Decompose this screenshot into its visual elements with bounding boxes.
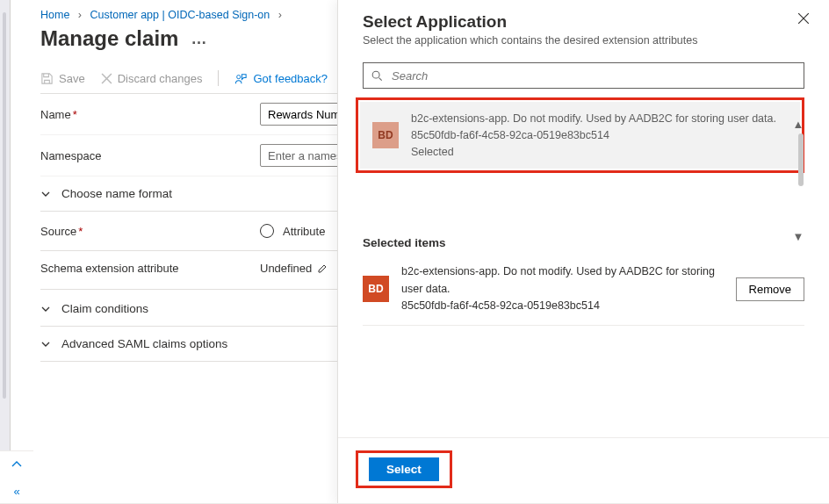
result-line3: Selected xyxy=(411,144,776,161)
save-icon xyxy=(40,72,54,85)
result-line2: 85c50fdb-fa6f-4c58-92ca-0519e83bc514 xyxy=(411,127,776,144)
save-label: Save xyxy=(59,72,85,85)
app-avatar: BD xyxy=(372,122,399,148)
application-result-item[interactable]: BD b2c-extensions-app. Do not modify. Us… xyxy=(360,102,800,169)
close-icon xyxy=(797,12,810,25)
discard-button[interactable]: Discard changes xyxy=(101,72,203,85)
claim-conditions-label: Claim conditions xyxy=(61,302,148,315)
selected-line1: b2c-extensions-app. Do not modify. Used … xyxy=(401,263,724,298)
close-icon xyxy=(101,73,112,84)
blade-subtitle: Select the application which contains th… xyxy=(363,34,804,47)
highlight-box: BD b2c-extensions-app. Do not modify. Us… xyxy=(356,97,804,173)
source-label: Source xyxy=(40,225,76,238)
feedback-label: Got feedback? xyxy=(253,72,328,85)
schema-value: Undefined xyxy=(260,262,312,275)
search-box[interactable] xyxy=(363,62,804,89)
edit-icon[interactable] xyxy=(317,263,328,274)
remove-button[interactable]: Remove xyxy=(736,277,804,301)
breadcrumb-home[interactable]: Home xyxy=(40,9,69,21)
required-icon: * xyxy=(78,225,83,238)
more-icon[interactable]: … xyxy=(191,30,207,48)
selected-items-heading: Selected items xyxy=(363,236,804,249)
scroll-up-icon[interactable]: ▲ xyxy=(792,118,804,131)
select-application-blade: Select Application Select the applicatio… xyxy=(337,0,829,504)
blade-title: Select Application xyxy=(363,12,804,32)
choose-name-format-label: Choose name format xyxy=(61,187,172,200)
selected-item-row: BD b2c-extensions-app. Do not modify. Us… xyxy=(363,258,804,326)
svg-point-1 xyxy=(372,71,379,78)
chevron-down-icon xyxy=(40,339,51,349)
scrollbar-thumb[interactable] xyxy=(798,133,804,186)
result-text: b2c-extensions-app. Do not modify. Used … xyxy=(411,111,776,160)
search-icon xyxy=(371,69,383,82)
chevron-right-icon: › xyxy=(278,9,282,21)
required-icon: * xyxy=(73,108,77,121)
toolbar-divider xyxy=(218,70,219,86)
person-feedback-icon xyxy=(234,72,248,85)
left-gutter: « xyxy=(0,0,11,503)
schema-label: Schema extension attribute xyxy=(40,262,179,275)
chevron-right-icon: › xyxy=(78,9,82,21)
source-radio-attribute[interactable] xyxy=(260,224,274,238)
select-button[interactable]: Select xyxy=(369,457,439,481)
discard-label: Discard changes xyxy=(118,72,203,85)
chevron-down-icon xyxy=(40,189,51,199)
svg-point-0 xyxy=(237,75,241,78)
source-value: Attribute xyxy=(283,225,325,238)
result-line1: b2c-extensions-app. Do not modify. Used … xyxy=(411,111,776,127)
scroll-down-icon[interactable]: ▼ xyxy=(792,230,804,243)
feedback-button[interactable]: Got feedback? xyxy=(234,72,328,85)
advanced-saml-label: Advanced SAML claims options xyxy=(61,337,227,350)
highlight-box: Select xyxy=(356,450,452,488)
chevron-down-icon xyxy=(40,304,51,314)
save-button[interactable]: Save xyxy=(40,72,85,85)
page-title-text: Manage claim xyxy=(40,26,178,51)
close-blade-button[interactable] xyxy=(797,12,810,25)
namespace-label: Namespace xyxy=(40,149,101,162)
name-label: Name xyxy=(40,108,71,121)
breadcrumb-page[interactable]: Customer app | OIDC-based Sign-on xyxy=(90,9,270,21)
app-avatar: BD xyxy=(363,276,389,302)
search-input[interactable] xyxy=(390,68,797,83)
selected-line2: 85c50fdb-fa6f-4c58-92ca-0519e83bc514 xyxy=(401,298,724,314)
